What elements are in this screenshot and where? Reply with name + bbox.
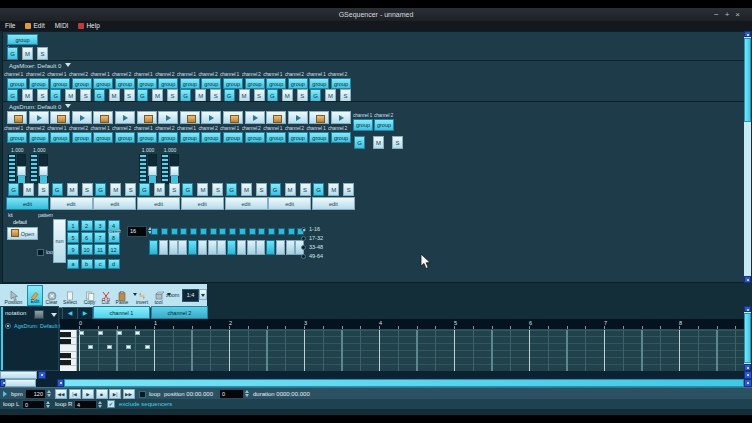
minimize-button[interactable]: − <box>714 10 725 19</box>
drum-group-button[interactable]: group <box>158 132 178 143</box>
cut-tool-button[interactable]: Cut <box>99 285 112 306</box>
pad-open-button[interactable] <box>309 111 329 124</box>
gms-m-button[interactable]: M <box>197 183 208 196</box>
volume-slider[interactable] <box>148 154 157 184</box>
title-bar[interactable]: GSequencer - unnamed <box>0 8 752 21</box>
bank-button[interactable]: 7 <box>94 232 106 243</box>
pad-play-button[interactable] <box>72 111 92 124</box>
paste-tool-button[interactable]: Paste <box>113 285 131 306</box>
bank-button[interactable]: 2 <box>81 220 93 231</box>
bank-button[interactable]: 6 <box>81 232 93 243</box>
pad-edit-button[interactable]: edit <box>50 197 93 210</box>
drum-group-button[interactable]: group <box>29 132 49 143</box>
pattern-step-13[interactable] <box>266 240 275 255</box>
pad-edit-button[interactable]: edit <box>93 197 136 210</box>
gms-s-button[interactable]: S <box>300 183 311 196</box>
slider-thumb[interactable] <box>148 166 157 176</box>
bank-page-button[interactable]: b <box>81 259 93 269</box>
drum-group-button[interactable]: group <box>137 132 157 143</box>
pad-play-button[interactable] <box>115 111 135 124</box>
drum-group-button[interactable]: group <box>201 132 221 143</box>
pattern-loop-checkbox[interactable] <box>37 249 44 256</box>
gms-s-button[interactable]: S <box>38 183 49 196</box>
machines-hscrollbar[interactable] <box>0 379 752 387</box>
position-spinner[interactable] <box>245 389 250 398</box>
note[interactable] <box>117 331 122 335</box>
tab-channel-2[interactable]: channel 2 <box>151 306 208 319</box>
pad-edit-button[interactable]: edit <box>312 197 355 210</box>
pattern-step-9[interactable] <box>227 240 236 255</box>
pattern-step-1[interactable] <box>149 240 158 255</box>
pad-open-button[interactable] <box>137 111 157 124</box>
gms-g-button[interactable]: G <box>270 183 281 196</box>
gms-s-button[interactable]: S <box>212 183 223 196</box>
gms-m-button[interactable]: M <box>373 136 384 149</box>
pattern-step-6[interactable] <box>198 240 207 255</box>
scroll-thumb[interactable] <box>5 379 36 387</box>
scroll-up-button[interactable] <box>744 31 751 37</box>
pad-play-button[interactable] <box>158 111 178 124</box>
scroll-up-button[interactable] <box>744 306 751 312</box>
gms-m-button[interactable]: M <box>67 183 78 196</box>
scroll-left-button[interactable] <box>38 371 46 379</box>
pattern-step-14[interactable] <box>276 240 285 255</box>
mixer-group-button[interactable]: group <box>245 78 265 89</box>
menu-file[interactable]: File <box>0 21 20 31</box>
drum-group-button[interactable]: group <box>72 132 92 143</box>
note[interactable] <box>107 345 112 349</box>
gms-s-button[interactable]: S <box>125 183 136 196</box>
note-grid[interactable] <box>77 330 744 371</box>
mixer-group-button[interactable]: group <box>309 78 329 89</box>
note[interactable] <box>135 331 140 335</box>
mixer-group-button[interactable]: group <box>50 78 70 89</box>
tab-channel-1[interactable]: channel 1 <box>93 306 150 319</box>
pad-edit-button[interactable]: edit <box>137 197 180 210</box>
gms-g-button[interactable]: G <box>313 183 324 196</box>
menu-midi[interactable]: MIDI <box>50 21 74 31</box>
drum-group-button[interactable]: group <box>115 132 135 143</box>
edit-tool-button[interactable]: Edit <box>27 285 43 306</box>
gms-m-button[interactable]: M <box>154 183 165 196</box>
zoom-combo[interactable]: 1:4 <box>182 289 199 302</box>
pattern-step-15[interactable] <box>286 240 295 255</box>
copy-tool-button[interactable]: Copy <box>81 285 98 306</box>
pattern-step-8[interactable] <box>217 240 226 255</box>
pattern-step-11[interactable] <box>247 240 256 255</box>
scroll-down-button[interactable] <box>744 364 751 371</box>
gms-s-button[interactable]: S <box>256 183 267 196</box>
loop-r-spinner[interactable] <box>98 400 103 409</box>
bank-page-button[interactable]: d <box>108 259 120 269</box>
next-button[interactable]: ▶| <box>109 389 121 399</box>
bpm-spinner[interactable] <box>47 389 52 398</box>
range-radio[interactable] <box>301 254 306 259</box>
scroll-thumb[interactable] <box>64 379 744 387</box>
piano-keys[interactable] <box>60 330 77 371</box>
menu-edit[interactable]: Edit <box>20 21 49 31</box>
gms-m-button[interactable]: M <box>23 183 34 196</box>
slider-thumb[interactable] <box>39 166 48 176</box>
expander-icon[interactable] <box>3 391 7 397</box>
gms-m-button[interactable]: M <box>328 183 339 196</box>
bank-button[interactable]: 12 <box>108 244 120 255</box>
close-button[interactable]: × <box>735 10 746 19</box>
mixer-group-button[interactable]: group <box>137 78 157 89</box>
note[interactable] <box>88 345 93 349</box>
mixer-group-button[interactable]: group <box>223 78 243 89</box>
pad-edit-button[interactable]: edit <box>225 197 268 210</box>
pad-play-button[interactable] <box>288 111 308 124</box>
machine-radio[interactable] <box>5 323 11 329</box>
gms-g-button[interactable]: G <box>7 47 18 60</box>
pattern-step-5[interactable] <box>188 240 197 255</box>
pad-open-button[interactable] <box>93 111 113 124</box>
gms-g-button[interactable]: G <box>226 183 237 196</box>
gms-m-button[interactable]: M <box>110 183 121 196</box>
loop-l-spinner[interactable] <box>46 400 51 409</box>
gms-m-button[interactable]: M <box>241 183 252 196</box>
volume-slider[interactable] <box>170 154 179 184</box>
note[interactable] <box>98 331 103 335</box>
pattern-step-3[interactable] <box>169 240 178 255</box>
volume-slider[interactable] <box>39 154 48 184</box>
range-radio[interactable] <box>301 245 306 250</box>
drum-group-button[interactable]: group <box>266 132 286 143</box>
scroll-thumb[interactable] <box>744 38 751 122</box>
